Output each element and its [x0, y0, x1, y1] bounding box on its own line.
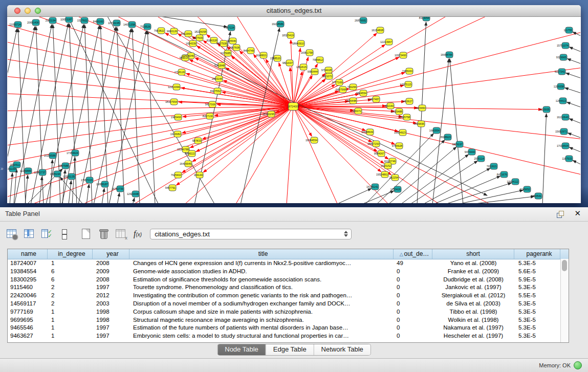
- column-header-name[interactable]: name: [8, 249, 48, 259]
- network-canvas[interactable]: 2205572420691406203319410653287152760284…: [8, 17, 580, 203]
- node-label: 20206586: [44, 154, 56, 157]
- memory-status-label: Memory: OK: [539, 362, 571, 368]
- table-cell: 18300295: [8, 276, 48, 284]
- node-label: 7957224: [224, 26, 234, 29]
- table-row[interactable]: 1872400712008Changes of HCN gene express…: [8, 259, 569, 268]
- node-label: 9329965: [556, 56, 567, 59]
- window-titlebar[interactable]: citations_edges.txt: [7, 5, 581, 17]
- node-label: 915546: [227, 39, 236, 42]
- table-cell: 1: [48, 259, 93, 268]
- table-row[interactable]: 1830029562008Estimation of significance …: [8, 276, 569, 284]
- node-label: 9474444: [465, 150, 475, 154]
- table-row[interactable]: 969969511998Structural magnetic resonanc…: [8, 316, 569, 324]
- panel-collapse-marker[interactable]: »: [1, 166, 4, 171]
- show-columns-icon[interactable]: [24, 228, 35, 239]
- table-row[interactable]: 946362711997Embryonic stem cells: a mode…: [8, 332, 569, 340]
- delete-table-icon[interactable]: [98, 228, 109, 239]
- table-settings-icon[interactable]: [7, 228, 17, 239]
- column-header-short[interactable]: short: [432, 249, 514, 259]
- table-cell: 2012: [93, 292, 129, 300]
- table-cell: 9463627: [8, 332, 48, 340]
- network-view-window: citations_edges.txt 22055724206914062033…: [7, 5, 581, 203]
- table-cell: 1997: [93, 324, 129, 332]
- table-cell: 2: [48, 283, 93, 292]
- table-cell: Structural magnetic resonance image aver…: [129, 316, 394, 324]
- new-table-icon[interactable]: [81, 228, 92, 239]
- tab-network-table[interactable]: Network Table: [314, 344, 371, 355]
- table-row[interactable]: 946554611997Estimation of the future num…: [8, 324, 569, 332]
- network-table-select[interactable]: citations_edges.txt: [150, 229, 352, 239]
- table-cell: Dudbridge et al. (2008): [432, 276, 514, 284]
- node-label: 9457791: [165, 186, 176, 189]
- column-header-outde[interactable]: △out_de…: [394, 249, 432, 259]
- table-scrollbar[interactable]: [560, 259, 569, 342]
- minimize-window-button[interactable]: [25, 8, 31, 14]
- node-label: 5912954: [181, 32, 191, 35]
- row-height-icon[interactable]: [59, 228, 70, 239]
- node-label: 9417006: [205, 103, 215, 106]
- node-label: 8454749: [244, 49, 254, 52]
- column-header-pagerank[interactable]: pagerank: [514, 249, 560, 259]
- node-label: 9175685: [221, 52, 231, 55]
- node-label: 9990444: [308, 70, 318, 73]
- tab-edge-table[interactable]: Edge Table: [266, 344, 314, 355]
- select-all-icon[interactable]: ✓✓: [41, 228, 52, 239]
- node-label: 252254: [389, 176, 398, 179]
- table-cell: Embryonic stem cells: a model to study s…: [129, 332, 394, 340]
- node-label: 15046788: [177, 148, 189, 151]
- table-cell: 0: [394, 292, 432, 300]
- node-label: 9822037: [282, 61, 293, 64]
- node-label: 26876682: [355, 19, 366, 22]
- table-cell: 1: [48, 332, 93, 340]
- zoom-window-button[interactable]: [35, 8, 41, 14]
- table-cell: 5.3E-5: [514, 259, 560, 268]
- node-label: 989014: [180, 56, 188, 59]
- column-header-title[interactable]: title: [129, 249, 394, 259]
- table-row[interactable]: 911546021997Tourette syndrome. Phenomeno…: [8, 283, 569, 292]
- table-row[interactable]: 1938455462009Genome-wide association stu…: [8, 268, 569, 276]
- node-label: 8313054: [419, 17, 429, 19]
- table-row[interactable]: 2242004622012Investigating the contribut…: [8, 292, 569, 300]
- node-label: 18724007: [287, 105, 299, 108]
- column-header-year[interactable]: year: [93, 249, 129, 259]
- node-label: 9827508: [216, 42, 227, 45]
- table-cell: 0: [394, 316, 432, 324]
- scrollbar-thumb[interactable]: [562, 260, 567, 271]
- node-label: 12213967: [380, 40, 392, 43]
- memory-status-indicator[interactable]: [574, 361, 582, 369]
- node-label: 2536448: [346, 99, 356, 102]
- node-label: 9660126: [167, 30, 177, 33]
- table-cell: 0: [394, 332, 432, 340]
- node-label: 9734028: [321, 69, 332, 72]
- node-label: 8427552: [210, 90, 221, 93]
- function-builder-icon[interactable]: f(x): [134, 229, 142, 238]
- import-table-icon: x: [116, 228, 126, 239]
- window-title: citations_edges.txt: [267, 7, 322, 14]
- node-label: 1916682: [170, 133, 181, 136]
- node-label: 1244413: [556, 99, 566, 102]
- node-label: 19524861: [376, 173, 388, 176]
- node-label: 8471676: [497, 173, 507, 176]
- node-label: 10688609: [361, 130, 373, 134]
- close-panel-icon[interactable]: ✕: [574, 209, 581, 218]
- table-cell: 5.3E-5: [514, 324, 560, 332]
- float-panel-icon[interactable]: [557, 210, 564, 218]
- node-label: 882160: [385, 104, 394, 107]
- table-cell: 2: [48, 300, 93, 308]
- tab-node-table[interactable]: Node Table: [217, 344, 266, 355]
- node-label: 16120746: [384, 160, 396, 163]
- table-row[interactable]: 1456911722003Disruption of a novel membe…: [8, 300, 569, 308]
- node-label: 10653287: [60, 18, 72, 21]
- close-window-button[interactable]: [14, 8, 20, 14]
- network-graph[interactable]: 2205572420691406203319410653287152760284…: [8, 17, 580, 203]
- node-label: 8267130: [203, 115, 213, 118]
- column-header-indegree[interactable]: in_degree: [48, 249, 93, 259]
- table-body: 1872400712008Changes of HCN gene express…: [8, 259, 569, 340]
- node-label: 8215935: [539, 108, 550, 111]
- node-label: 19654923: [394, 131, 406, 134]
- table-cell: 1: [48, 316, 93, 324]
- table-cell: Yano et al. (2008): [432, 259, 514, 268]
- node-label: 7485063: [402, 70, 412, 73]
- table-cell: Jankovic et al. (1997): [432, 283, 514, 292]
- table-row[interactable]: 977716911998Corpus callosum shape and si…: [8, 308, 569, 316]
